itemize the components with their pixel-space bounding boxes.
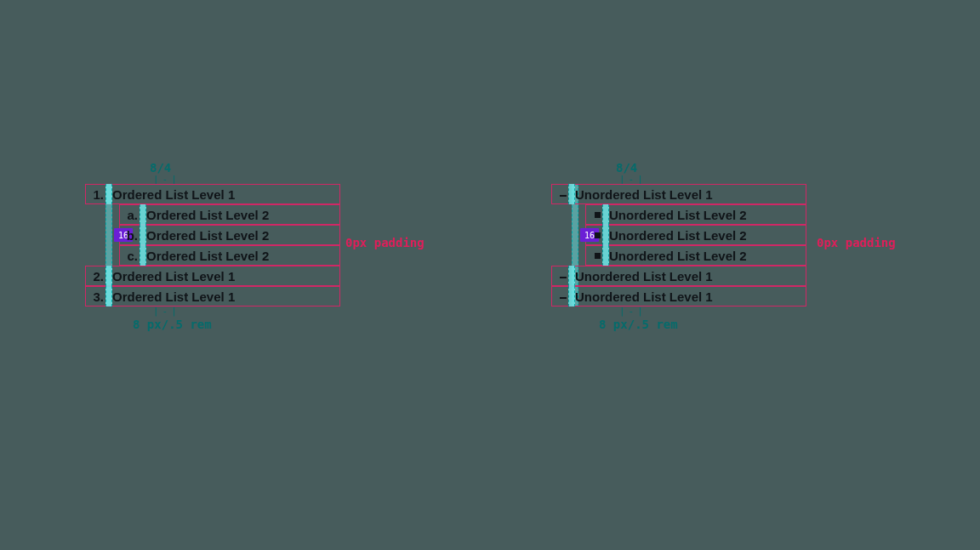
list-item-label: Unordered List Level 2 [609,249,747,263]
list-row: Unordered List Level 2 [551,245,806,266]
tick-icon: |‑| [619,175,806,184]
square-bullet-icon [590,232,602,238]
list-row: a. Ordered List Level 2 [85,204,340,225]
marker-gap-icon [568,184,575,204]
list-marker: c. [124,249,140,263]
unordered-list-spec: 8/4 |‑| Unordered List Level 1 Unordered… [551,162,806,331]
marker-gap-icon [140,204,146,225]
list-row: 16 Unordered List Level 2 [551,225,806,245]
list-item-label: Ordered List Level 2 [146,249,269,263]
ordered-list-spec: 8/4 |‑| 1. Ordered List Level 1 a. Order… [85,162,340,331]
unordered-list-box: Unordered List Level 1 Unordered List Le… [551,184,806,307]
list-row: 1. Ordered List Level 1 [85,184,340,204]
list-marker: 3. [90,289,105,304]
marker-gap-icon [140,225,146,245]
top-spacing-label: 8/4 [616,162,806,175]
dash-icon [556,187,568,202]
marker-gap-icon [568,266,575,286]
list-row: 2. Ordered List Level 1 [85,266,340,286]
list-item-label: Ordered List Level 2 [146,228,269,243]
marker-gap-icon [602,204,609,225]
marker-gap-icon [602,245,609,266]
marker-gap-icon [568,286,575,307]
list-item-label: Ordered List Level 1 [112,269,235,284]
square-bullet-icon [590,212,602,218]
square-bullet-icon [590,253,602,259]
ordered-list-box: 1. Ordered List Level 1 a. Ordered List … [85,184,340,307]
list-row: Unordered List Level 1 [551,184,806,204]
bottom-spacing-label: 8 px/.5 rem [599,318,806,331]
list-row: Unordered List Level 1 [551,286,806,307]
list-row: Unordered List Level 1 [551,266,806,286]
list-item-label: Ordered List Level 1 [112,289,235,304]
padding-note: 0px padding [817,236,896,249]
list-marker: a. [124,208,140,222]
list-row: Unordered List Level 2 [551,204,806,225]
list-marker: 2. [90,269,105,284]
list-marker: 1. [90,187,105,202]
list-item-label: Ordered List Level 2 [146,208,269,222]
padding-note: 0px padding [345,236,424,249]
list-item-label: Unordered List Level 1 [575,289,713,304]
bottom-spacing-label: 8 px/.5 rem [133,318,340,331]
list-item-label: Unordered List Level 1 [575,269,713,284]
marker-gap-icon [105,184,112,204]
dash-icon [556,289,568,304]
marker-gap-icon [140,245,146,266]
marker-gap-icon [105,266,112,286]
list-item-label: Unordered List Level 1 [575,187,713,202]
marker-gap-icon [105,286,112,307]
top-spacing-label: 8/4 [150,162,340,175]
list-row: 3. Ordered List Level 1 [85,286,340,307]
list-marker: b. [124,228,140,243]
marker-gap-icon [602,225,609,245]
tick-icon: |‑| [153,175,340,184]
list-item-label: Unordered List Level 2 [609,208,747,222]
list-item-label: Ordered List Level 1 [112,187,235,202]
tick-icon: |‑| [619,307,806,316]
tick-icon: |‑| [153,307,340,316]
dash-icon [556,269,568,284]
list-row: 16 b. Ordered List Level 2 [85,225,340,245]
list-item-label: Unordered List Level 2 [609,228,747,243]
list-row: c. Ordered List Level 2 [85,245,340,266]
